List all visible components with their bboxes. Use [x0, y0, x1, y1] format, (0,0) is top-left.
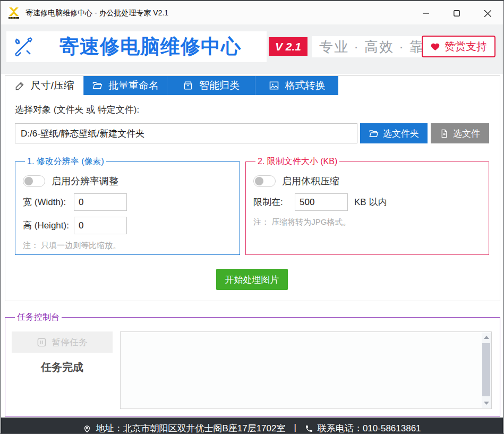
tab-label: 尺寸/压缩	[31, 79, 74, 92]
limit-input[interactable]	[295, 193, 348, 211]
close-button[interactable]	[472, 2, 503, 24]
brand-strip: 寄速修电脑维修中心	[6, 31, 267, 62]
filesize-legend: 2. 限制文件大小 (KB)	[255, 156, 339, 167]
footer-phone: 联系电话：010-58613861	[305, 422, 421, 433]
app-window: 寄速修电脑维修中心 - 办公批处理专家 V2.1 寄速修电脑维修中心	[0, 0, 504, 434]
choose-folder-label: 选文件夹	[383, 127, 419, 140]
task-console-legend: 任务控制台	[15, 312, 62, 323]
tab-size-compress[interactable]: 尺寸/压缩	[5, 76, 83, 95]
footer-address: 地址：北京市朝阳区双井优士阁B座17层1702室	[83, 422, 285, 433]
tab-batch-rename[interactable]: 批量重命名	[83, 76, 167, 95]
repair-tools-icon	[12, 36, 34, 58]
resolution-legend: 1. 修改分辨率 (像素)	[25, 156, 106, 167]
settings-row: 1. 修改分辨率 (像素) 启用分辨率调整 宽 (Width): 高 (Heig…	[15, 156, 489, 255]
folder-open-icon	[369, 129, 379, 139]
scrollbar-thumb[interactable]	[482, 343, 490, 396]
log-scrollbar[interactable]	[482, 333, 491, 408]
footer-separator: |	[294, 422, 296, 433]
scrollbar-up-arrow[interactable]	[482, 333, 491, 342]
resolution-fieldset: 1. 修改分辨率 (像素) 启用分辨率调整 宽 (Width): 高 (Heig…	[15, 156, 240, 255]
location-pin-icon	[83, 424, 91, 433]
select-target-label: 选择对象 (文件夹 或 特定文件):	[15, 104, 489, 116]
pause-icon	[37, 337, 47, 347]
document-icon	[440, 129, 449, 138]
tab-smart-sort[interactable]: 智能归类	[167, 76, 255, 95]
title-bar: 寄速修电脑维修中心 - 办公批处理专家 V2.1	[1, 2, 503, 24]
choose-folder-button[interactable]: 选文件夹	[360, 123, 428, 143]
resolution-toggle-row: 启用分辨率调整	[23, 175, 232, 188]
donate-button[interactable]: 赞赏支持	[422, 36, 496, 57]
start-row: 开始处理图片	[15, 269, 489, 290]
task-console-fieldset: 任务控制台 暂停任务 任务完成	[5, 312, 500, 416]
window-title: 寄速修电脑维修中心 - 办公批处理专家 V2.1	[25, 8, 168, 18]
main-panel: 尺寸/压缩 批量重命名 智能归类 格式转换 选择对象 (文件夹 或 特定文件):	[5, 75, 500, 301]
resolution-note: 注： 只填一边则等比缩放。	[23, 241, 232, 251]
filesize-toggle[interactable]	[253, 175, 276, 187]
height-label: 高 (Height):	[23, 219, 74, 232]
start-processing-button[interactable]: 开始处理图片	[216, 269, 288, 290]
choose-file-button[interactable]: 选文件	[431, 123, 489, 143]
tab-label: 批量重命名	[108, 79, 159, 92]
brand-title: 寄速修电脑维修中心	[34, 33, 267, 60]
donate-label: 赞赏支持	[445, 39, 487, 54]
filesize-fieldset: 2. 限制文件大小 (KB) 启用体积压缩 限制在: KB 以内 注： 压缩将转…	[245, 156, 489, 255]
minimize-button[interactable]	[411, 2, 441, 24]
footer-phone-text: 联系电话：010-58613861	[318, 422, 421, 433]
width-label: 宽 (Width):	[23, 196, 74, 208]
resolution-toggle-label: 启用分辨率调整	[52, 175, 118, 188]
height-row: 高 (Height):	[23, 217, 232, 234]
panel-content: 选择对象 (文件夹 或 特定文件): 选文件夹 选文件 1. 修改分辨率 (像素…	[5, 95, 500, 290]
tab-bar: 尺寸/压缩 批量重命名 智能归类 格式转换	[5, 76, 500, 95]
tab-format-convert[interactable]: 格式转换	[255, 76, 338, 95]
limit-label: 限制在:	[253, 196, 295, 208]
width-row: 宽 (Width):	[23, 193, 232, 211]
toggle-knob	[24, 177, 33, 185]
archive-box-icon	[183, 80, 193, 91]
width-input[interactable]	[74, 193, 127, 211]
heart-icon	[430, 42, 440, 52]
footer-address-text: 地址：北京市朝阳区双井优士阁B座17层1702室	[96, 422, 285, 433]
task-log-area	[120, 331, 492, 409]
window-controls	[411, 2, 503, 24]
toggle-knob	[255, 177, 263, 185]
scrollbar-down-arrow[interactable]	[482, 398, 491, 408]
limit-suffix: KB 以内	[354, 196, 387, 208]
path-input[interactable]	[15, 123, 357, 143]
filesize-note: 注： 压缩将转为JPG格式。	[253, 217, 481, 227]
pause-task-button[interactable]: 暂停任务	[12, 331, 113, 353]
footer-bar: 地址：北京市朝阳区双井优士阁B座17层1702室 | 联系电话：010-5861…	[1, 418, 503, 433]
pencil-icon	[15, 81, 25, 91]
filesize-toggle-row: 启用体积压缩	[253, 175, 481, 188]
app-header: 寄速修电脑维修中心 V 2.1 专业 · 高效 · 靠谱 赞赏支持	[1, 24, 503, 74]
filesize-toggle-label: 启用体积压缩	[282, 175, 339, 188]
task-console-body: 暂停任务 任务完成	[13, 323, 492, 416]
path-row: 选文件夹 选文件	[15, 123, 489, 143]
limit-row: 限制在: KB 以内	[253, 193, 481, 211]
app-logo-icon	[7, 7, 20, 20]
tab-label: 智能归类	[199, 79, 240, 92]
pause-task-label: 暂停任务	[52, 336, 88, 348]
resolution-toggle[interactable]	[23, 175, 45, 187]
version-badge: V 2.1	[269, 37, 307, 56]
image-icon	[269, 80, 279, 91]
task-status-text: 任务完成	[12, 360, 113, 375]
tab-label: 格式转换	[285, 79, 326, 92]
phone-icon	[305, 424, 313, 433]
folder-open-icon	[92, 80, 102, 91]
choose-file-label: 选文件	[453, 127, 480, 140]
height-input[interactable]	[74, 217, 127, 234]
maximize-button[interactable]	[441, 2, 472, 24]
